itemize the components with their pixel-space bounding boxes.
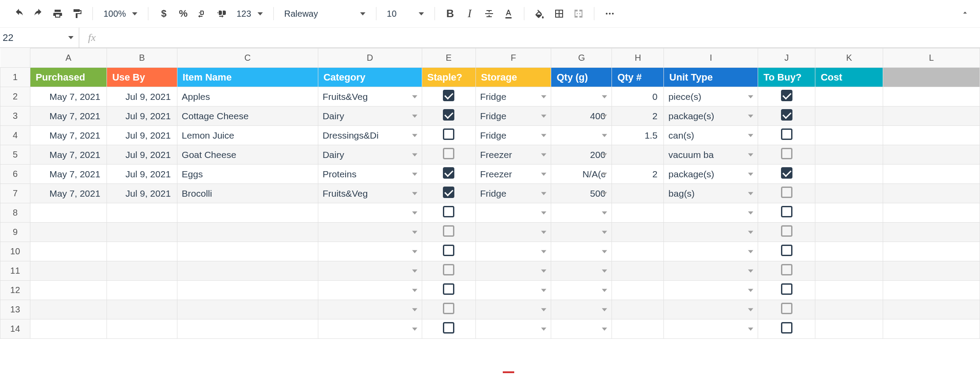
cell[interactable] xyxy=(107,242,177,261)
row-header[interactable]: 6 xyxy=(0,165,30,184)
collapse-toolbar-button[interactable] xyxy=(961,8,969,19)
cell[interactable] xyxy=(815,300,883,319)
row-header[interactable]: 3 xyxy=(0,106,30,126)
cell[interactable] xyxy=(612,145,664,165)
cell[interactable]: Jul 9, 2021 xyxy=(107,184,177,203)
cell[interactable] xyxy=(475,223,551,242)
cell[interactable] xyxy=(612,261,664,281)
staple-checkbox[interactable] xyxy=(443,90,454,101)
cell[interactable] xyxy=(758,261,815,281)
cell[interactable] xyxy=(551,300,612,319)
cell[interactable] xyxy=(422,184,475,203)
cell[interactable]: Jul 9, 2021 xyxy=(107,165,177,184)
row-header[interactable]: 13 xyxy=(0,300,30,319)
cell[interactable] xyxy=(107,203,177,223)
row-header[interactable]: 5 xyxy=(0,145,30,165)
dropdown-arrow-icon[interactable] xyxy=(412,153,417,156)
cell[interactable]: can(s) xyxy=(664,126,758,145)
cell[interactable] xyxy=(177,223,318,242)
header-A[interactable]: Purchased xyxy=(30,68,107,87)
column-header-C[interactable]: C xyxy=(177,48,318,68)
cell[interactable]: Eggs xyxy=(177,165,318,184)
cell[interactable] xyxy=(475,242,551,261)
cell[interactable]: May 7, 2021 xyxy=(30,184,107,203)
cell[interactable] xyxy=(883,203,980,223)
cell[interactable]: N/A(c xyxy=(551,165,612,184)
dropdown-arrow-icon[interactable] xyxy=(748,250,753,253)
dropdown-arrow-icon[interactable] xyxy=(541,192,546,195)
cell[interactable]: package(s) xyxy=(664,106,758,126)
cell[interactable] xyxy=(664,281,758,300)
staple-checkbox[interactable] xyxy=(443,187,454,198)
cell[interactable] xyxy=(551,261,612,281)
cell[interactable] xyxy=(318,300,422,319)
dropdown-arrow-icon[interactable] xyxy=(748,211,753,214)
dropdown-arrow-icon[interactable] xyxy=(602,134,607,137)
cell[interactable] xyxy=(612,300,664,319)
cell[interactable]: Freezer xyxy=(475,145,551,165)
cell[interactable] xyxy=(883,184,980,203)
row-header[interactable]: 10 xyxy=(0,242,30,261)
cell[interactable] xyxy=(664,203,758,223)
cell[interactable]: Jul 9, 2021 xyxy=(107,87,177,106)
to-buy-checkbox[interactable] xyxy=(781,109,792,121)
cell[interactable] xyxy=(883,145,980,165)
dropdown-arrow-icon[interactable] xyxy=(412,211,417,214)
to-buy-checkbox[interactable] xyxy=(781,187,792,198)
cell[interactable] xyxy=(551,203,612,223)
cell[interactable] xyxy=(551,126,612,145)
dropdown-arrow-icon[interactable] xyxy=(412,269,417,272)
staple-checkbox[interactable] xyxy=(443,303,454,314)
cell[interactable] xyxy=(177,261,318,281)
dropdown-arrow-icon[interactable] xyxy=(541,172,546,176)
cell[interactable] xyxy=(475,319,551,339)
cell[interactable]: Freezer xyxy=(475,165,551,184)
cell[interactable] xyxy=(107,300,177,319)
dropdown-arrow-icon[interactable] xyxy=(602,231,607,234)
dropdown-arrow-icon[interactable] xyxy=(541,95,546,98)
staple-checkbox[interactable] xyxy=(443,322,454,334)
dropdown-arrow-icon[interactable] xyxy=(541,269,546,272)
cell[interactable]: May 7, 2021 xyxy=(30,126,107,145)
column-header-I[interactable]: I xyxy=(664,48,758,68)
cell[interactable] xyxy=(883,106,980,126)
cell[interactable]: bag(s) xyxy=(664,184,758,203)
dropdown-arrow-icon[interactable] xyxy=(541,327,546,330)
row-header[interactable]: 4 xyxy=(0,126,30,145)
cell[interactable] xyxy=(758,223,815,242)
dropdown-arrow-icon[interactable] xyxy=(412,95,417,98)
cell[interactable] xyxy=(30,300,107,319)
staple-checkbox[interactable] xyxy=(443,109,454,121)
font-size-select[interactable]: 10 xyxy=(383,9,427,19)
cell[interactable] xyxy=(475,300,551,319)
dropdown-arrow-icon[interactable] xyxy=(748,327,753,330)
staple-checkbox[interactable] xyxy=(443,128,454,140)
cell[interactable] xyxy=(758,87,815,106)
row-header[interactable]: 1 xyxy=(0,68,30,87)
column-header-G[interactable]: G xyxy=(551,48,612,68)
font-select[interactable]: Raleway xyxy=(281,9,369,19)
cell[interactable] xyxy=(612,223,664,242)
cell[interactable] xyxy=(318,203,422,223)
cell[interactable] xyxy=(30,223,107,242)
to-buy-checkbox[interactable] xyxy=(781,264,792,275)
cell[interactable]: Lemon Juice xyxy=(177,126,318,145)
row-header[interactable]: 2 xyxy=(0,87,30,106)
cell[interactable]: Fridge xyxy=(475,126,551,145)
dropdown-arrow-icon[interactable] xyxy=(412,250,417,253)
cell[interactable] xyxy=(422,242,475,261)
cell[interactable] xyxy=(107,261,177,281)
cell[interactable]: 2 xyxy=(612,165,664,184)
cell[interactable] xyxy=(815,184,883,203)
cell[interactable] xyxy=(758,319,815,339)
cell[interactable]: Fridge xyxy=(475,184,551,203)
dropdown-arrow-icon[interactable] xyxy=(602,269,607,272)
cell[interactable]: Fridge xyxy=(475,87,551,106)
cell[interactable]: Jul 9, 2021 xyxy=(107,106,177,126)
dropdown-arrow-icon[interactable] xyxy=(412,289,417,292)
dropdown-arrow-icon[interactable] xyxy=(748,134,753,137)
staple-checkbox[interactable] xyxy=(443,264,454,275)
header-L[interactable] xyxy=(883,68,980,87)
cell[interactable] xyxy=(883,300,980,319)
cell[interactable] xyxy=(551,242,612,261)
